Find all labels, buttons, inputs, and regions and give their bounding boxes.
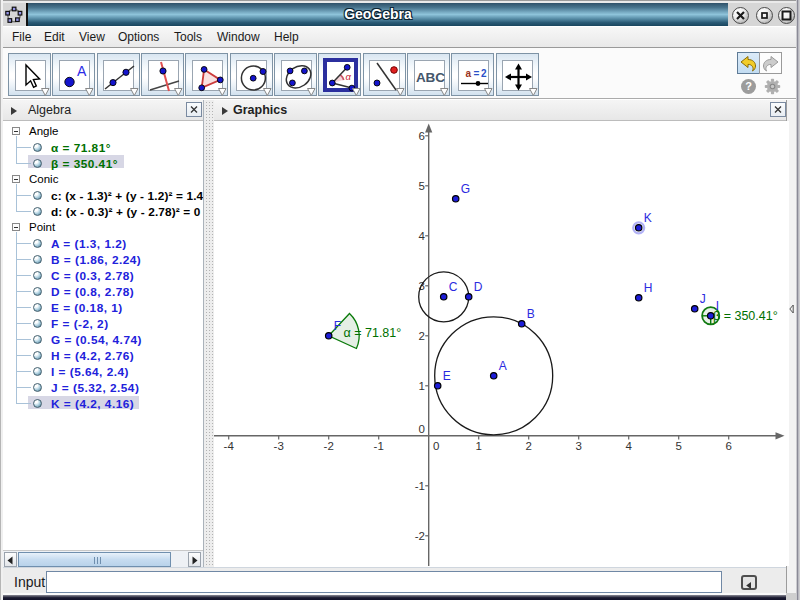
svg-text:4: 4 [419,230,426,242]
svg-text:6: 6 [419,130,425,142]
svg-text:-2: -2 [324,440,334,452]
svg-text:-1: -1 [374,440,384,452]
svg-text:2: 2 [419,330,425,342]
svg-text:0: 0 [419,423,425,435]
svg-text:β = 350.41°: β = 350.41° [713,309,778,323]
svg-text:3: 3 [575,440,581,452]
svg-text:6: 6 [725,440,731,452]
svg-text:-1: -1 [415,480,425,492]
svg-text:-4: -4 [224,440,235,452]
svg-text:G: G [461,182,470,196]
svg-text:-3: -3 [274,440,284,452]
svg-text:A: A [499,359,507,373]
svg-text:B: B [527,307,535,321]
svg-text:2: 2 [525,440,531,452]
svg-text:4: 4 [625,440,632,452]
svg-text:J: J [700,292,706,306]
svg-text:0: 0 [433,440,439,452]
svg-text:K: K [644,211,652,225]
svg-text:5: 5 [419,180,425,192]
svg-text:1: 1 [419,380,425,392]
svg-text:I: I [716,299,719,313]
svg-text:C: C [449,280,458,294]
svg-text:-2: -2 [415,530,425,542]
svg-text:1: 1 [475,440,481,452]
svg-text:H: H [644,281,653,295]
svg-text:5: 5 [675,440,681,452]
svg-text:α = 71.81°: α = 71.81° [344,326,402,340]
svg-text:F: F [334,319,341,333]
svg-text:E: E [443,369,451,383]
svg-text:D: D [474,280,483,294]
